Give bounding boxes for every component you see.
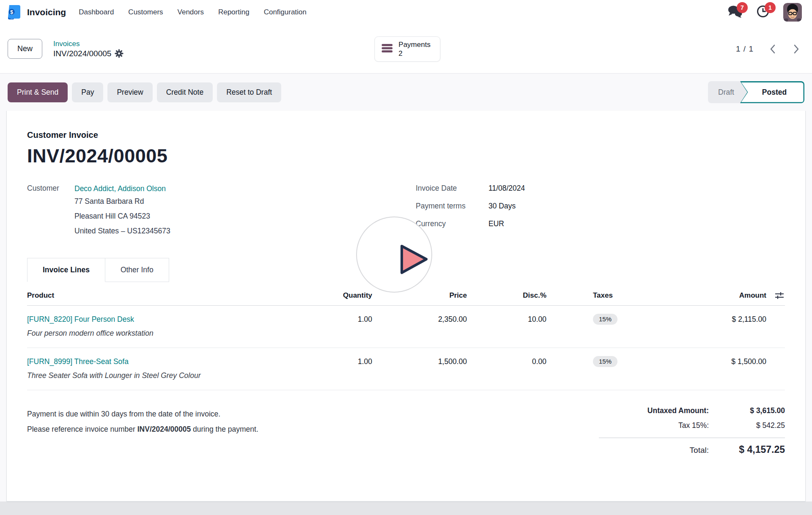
top-navbar: $ Invoicing Dashboard Customers Vendors … xyxy=(0,0,812,25)
currency-label: Currency xyxy=(416,219,488,228)
cell-disc: 10.00 xyxy=(467,314,546,325)
payment-terms-label: Payment terms xyxy=(416,202,488,211)
payment-terms-note: Payment is due within 30 days from the d… xyxy=(27,406,599,461)
page-bottom-band xyxy=(0,501,812,515)
status-posted-label: Posted xyxy=(758,88,787,97)
activities-button[interactable]: 1 xyxy=(755,5,771,19)
table-row: [FURN_8220] Four Person Desk Four person… xyxy=(27,306,785,348)
invoice-date-label: Invoice Date xyxy=(416,184,488,193)
cell-amount: $ 2,115.00 xyxy=(645,314,766,325)
video-play-button-icon[interactable] xyxy=(398,243,431,278)
tax-badge: 15% xyxy=(593,356,617,367)
preview-button[interactable]: Preview xyxy=(107,82,152,102)
col-header-taxes: Taxes xyxy=(546,291,645,300)
col-header-price: Price xyxy=(372,291,467,300)
customer-address-street: 77 Santa Barbara Rd xyxy=(74,194,170,209)
col-header-quantity: Quantity xyxy=(285,291,372,300)
reset-to-draft-button[interactable]: Reset to Draft xyxy=(217,82,281,102)
customer-link[interactable]: Deco Addict, Addison Olson xyxy=(74,183,170,194)
product-link[interactable]: [FURN_8999] Three-Seat Sofa xyxy=(27,357,129,366)
pager: 1 / 1 xyxy=(736,44,801,55)
cell-price: 2,350.00 xyxy=(372,314,467,325)
payments-stat-button[interactable]: Payments 2 xyxy=(374,36,440,62)
payments-count: 2 xyxy=(398,49,431,58)
invoicing-app-icon[interactable]: $ xyxy=(8,5,21,20)
nav-item-reporting[interactable]: Reporting xyxy=(218,8,250,16)
total-value: $ 4,157.25 xyxy=(709,444,785,455)
cell-quantity: 1.00 xyxy=(285,356,372,367)
table-row: [FURN_8999] Three-Seat Sofa Three Seater… xyxy=(27,348,785,390)
status-bar: Draft Posted xyxy=(708,81,804,103)
credit-note-button[interactable]: Credit Note xyxy=(157,82,213,102)
cell-quantity: 1.00 xyxy=(285,314,372,325)
invoice-lines-table: Product Quantity Price Disc.% Taxes Amou… xyxy=(27,285,785,390)
pager-next-icon[interactable] xyxy=(792,44,801,55)
totals-block: Untaxed Amount: $ 3,615.00 Tax 15%: $ 54… xyxy=(599,406,785,461)
print-send-button[interactable]: Print & Send xyxy=(8,82,68,102)
svg-text:$: $ xyxy=(10,9,13,15)
breadcrumb-invoices-link[interactable]: Invoices xyxy=(53,40,123,48)
activities-count-badge: 1 xyxy=(765,2,776,13)
main-menu: Dashboard Customers Vendors Reporting Co… xyxy=(79,8,307,16)
invoice-sheet: Customer Invoice INV/2024/00005 Customer… xyxy=(6,111,806,501)
col-header-amount: Amount xyxy=(645,291,766,300)
terms-line-1: Payment is due within 30 days from the d… xyxy=(27,406,599,422)
navbar-systray: 7 1 xyxy=(727,3,804,22)
customer-address-city: Pleasant Hill CA 94523 xyxy=(74,209,170,224)
gear-icon[interactable] xyxy=(115,49,123,58)
nav-item-configuration[interactable]: Configuration xyxy=(264,8,307,16)
document-type-label: Customer Invoice xyxy=(27,130,785,140)
tab-invoice-lines[interactable]: Invoice Lines xyxy=(27,258,105,282)
breadcrumb-current: INV/2024/00005 xyxy=(53,49,111,58)
cell-disc: 0.00 xyxy=(467,356,546,367)
total-label: Total: xyxy=(690,446,709,455)
user-avatar[interactable] xyxy=(783,3,802,22)
pager-value: 1 / 1 xyxy=(736,44,754,54)
tax-label: Tax 15%: xyxy=(678,421,709,430)
invoice-number-heading: INV/2024/00005 xyxy=(27,145,785,167)
cell-amount: $ 1,500.00 xyxy=(645,356,766,367)
control-panel: New Invoices INV/2024/00005 xyxy=(0,25,812,73)
pager-previous-icon[interactable] xyxy=(768,44,777,55)
app-name[interactable]: Invoicing xyxy=(27,7,66,17)
nav-item-vendors[interactable]: Vendors xyxy=(178,8,204,16)
invoice-date-value[interactable]: 11/08/2024 xyxy=(488,184,525,193)
status-posted[interactable]: Posted xyxy=(740,81,804,103)
product-description: Three Seater Sofa with Lounger in Steel … xyxy=(27,370,285,381)
payments-label: Payments xyxy=(398,40,431,49)
terms-line-2: Please reference invoice number INV/2024… xyxy=(27,422,599,437)
currency-link[interactable]: EUR xyxy=(488,219,504,228)
action-bar: Print & Send Pay Preview Credit Note Res… xyxy=(0,73,812,111)
product-description: Four person modern office workstation xyxy=(27,328,285,338)
cell-price: 1,500.00 xyxy=(372,356,467,367)
breadcrumb: Invoices INV/2024/00005 xyxy=(53,40,123,58)
pay-button[interactable]: Pay xyxy=(72,82,103,102)
tab-other-info[interactable]: Other Info xyxy=(105,258,169,282)
messages-count-badge: 7 xyxy=(737,2,748,13)
tax-badge: 15% xyxy=(593,314,617,325)
untaxed-amount-label: Untaxed Amount: xyxy=(647,406,709,415)
untaxed-amount-value: $ 3,615.00 xyxy=(709,406,785,415)
nav-item-dashboard[interactable]: Dashboard xyxy=(79,8,114,16)
new-button[interactable]: New xyxy=(8,39,42,59)
tax-value: $ 542.25 xyxy=(709,421,785,430)
customer-field-label: Customer xyxy=(27,183,74,238)
optional-columns-icon[interactable] xyxy=(766,291,785,300)
nav-item-customers[interactable]: Customers xyxy=(128,8,163,16)
messages-button[interactable]: 7 xyxy=(727,5,743,19)
payment-terms-link[interactable]: 30 Days xyxy=(488,202,516,211)
product-link[interactable]: [FURN_8220] Four Person Desk xyxy=(27,315,134,323)
customer-address-country: United States – US12345673 xyxy=(74,224,170,238)
payments-bars-icon xyxy=(381,43,392,55)
col-header-product: Product xyxy=(27,291,285,300)
col-header-disc: Disc.% xyxy=(467,291,546,300)
status-draft[interactable]: Draft xyxy=(708,81,747,103)
form-view-background: Customer Invoice INV/2024/00005 Customer… xyxy=(0,111,812,501)
